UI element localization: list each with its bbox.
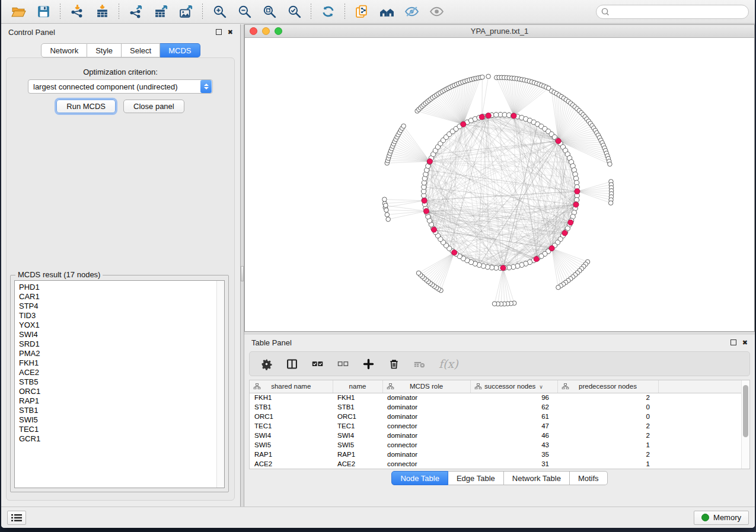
save-session-button[interactable]: [32, 2, 55, 21]
vertical-splitter[interactable]: [240, 24, 244, 507]
col-type-icon: [387, 383, 394, 389]
zoom-in-button[interactable]: [208, 2, 231, 21]
network-graph[interactable]: [245, 38, 754, 331]
network-window-titlebar[interactable]: YPA_prune.txt_1: [245, 25, 754, 38]
splitter-grip[interactable]: [241, 266, 244, 281]
export-network-button[interactable]: [125, 2, 147, 21]
import-network-button[interactable]: [66, 2, 88, 21]
table-close-panel-icon[interactable]: ✖: [742, 339, 748, 346]
tab-network[interactable]: Network: [41, 43, 87, 57]
table-row[interactable]: ORC1ORC1dominator 610: [250, 412, 747, 421]
task-history-button[interactable]: [7, 511, 26, 525]
duplicate-network-button[interactable]: [350, 2, 373, 21]
col-type-icon: [474, 383, 482, 389]
first-neighbors-button[interactable]: [375, 2, 398, 21]
network-canvas-container[interactable]: [245, 38, 754, 331]
table-row[interactable]: RAP1RAP1dominator 352: [250, 450, 747, 459]
mcds-result-node[interactable]: FKH1: [19, 358, 216, 368]
mcds-list-scrollbar[interactable]: [216, 281, 224, 488]
delete-table-button[interactable]: [413, 358, 426, 370]
tab-edge-table[interactable]: Edge Table: [448, 471, 504, 485]
float-panel-icon[interactable]: [216, 29, 222, 35]
deselect-all-rows-icon: [337, 358, 349, 370]
delete-column-icon: [388, 358, 400, 370]
tab-motifs[interactable]: Motifs: [570, 471, 608, 485]
search-box[interactable]: [596, 5, 749, 19]
mcds-result-node[interactable]: ORC1: [19, 387, 216, 396]
column-header-empty: [658, 380, 747, 393]
mcds-result-node[interactable]: SWI4: [19, 330, 216, 339]
show-all-button[interactable]: [425, 2, 448, 21]
add-column-button[interactable]: [362, 358, 375, 370]
table-settings-button[interactable]: [260, 358, 273, 370]
table-row[interactable]: ACE2ACE2connector 311: [250, 459, 747, 469]
mcds-result-list[interactable]: PHD1CAR1STP4TID3YOX1SWI4SRD1PMA2FKH1ACE2…: [14, 280, 225, 488]
node-table-head[interactable]: shared namenameMCDS rolesuccessor nodes∨…: [250, 380, 747, 393]
search-input[interactable]: [612, 8, 744, 16]
main-toolbar: [1, 0, 755, 24]
table-row[interactable]: YOX1YOX1connector 291: [250, 469, 747, 469]
mcds-result-node[interactable]: RAP1: [19, 396, 216, 406]
column-header-shared-name[interactable]: shared name: [250, 380, 333, 393]
table-scrollbar-thumb[interactable]: [743, 385, 748, 437]
deselect-all-rows-button[interactable]: [337, 358, 349, 370]
node-table-body[interactable]: FKH1FKH1dominator 962 STB1STB1dominator …: [250, 393, 747, 469]
select-all-rows-button[interactable]: [311, 358, 324, 370]
tab-select[interactable]: Select: [122, 43, 160, 57]
table-type-tabs: Node TableEdge TableNetwork TableMotifs: [244, 471, 755, 485]
table-toolbar: f(x): [249, 351, 750, 376]
tab-node-table[interactable]: Node Table: [391, 471, 448, 485]
table-row[interactable]: FKH1FKH1dominator 962: [250, 393, 747, 402]
mcds-result-node[interactable]: YOX1: [19, 321, 216, 330]
split-columns-button[interactable]: [286, 358, 298, 370]
mcds-result-node[interactable]: SWI5: [19, 415, 216, 425]
criterion-select[interactable]: largest connected component (undirected): [28, 79, 213, 94]
memory-button[interactable]: Memory: [694, 511, 749, 525]
zoom-out-button[interactable]: [233, 2, 256, 21]
zoom-selected-button[interactable]: [283, 2, 305, 21]
mcds-result-node[interactable]: TID3: [19, 311, 216, 321]
close-panel-button[interactable]: Close panel: [123, 100, 184, 113]
mcds-result-node[interactable]: SRD1: [19, 339, 216, 349]
table-row[interactable]: SWI5SWI5connector 431: [250, 440, 747, 450]
export-image-button[interactable]: [174, 2, 197, 21]
run-mcds-button[interactable]: Run MCDS: [56, 100, 116, 113]
delete-column-button[interactable]: [388, 358, 400, 370]
mcds-result-node[interactable]: STB1: [19, 406, 216, 415]
hide-selected-button[interactable]: [400, 2, 423, 21]
toolbar-separator: [202, 4, 203, 20]
mcds-result-node[interactable]: STB5: [19, 377, 216, 387]
tab-style[interactable]: Style: [87, 43, 122, 57]
duplicate-network-icon: [355, 4, 369, 19]
node-table[interactable]: shared namenameMCDS rolesuccessor nodes∨…: [249, 380, 750, 469]
close-panel-icon[interactable]: ✖: [228, 29, 233, 36]
table-row[interactable]: STB1STB1dominator 620: [250, 402, 747, 412]
table-panel: Table Panel ✖ f(x) shared namenameMCDS r…: [244, 335, 755, 507]
table-row[interactable]: TEC1TEC1connector 472: [250, 421, 747, 431]
refresh-button[interactable]: [317, 2, 339, 21]
mcds-result-node[interactable]: PMA2: [19, 349, 216, 358]
table-float-panel-icon[interactable]: [731, 339, 736, 345]
split-columns-icon: [286, 358, 298, 370]
column-header-name[interactable]: name: [333, 380, 382, 393]
import-table-button[interactable]: [91, 2, 113, 21]
export-table-button[interactable]: [149, 2, 172, 21]
tab-network-table[interactable]: Network Table: [504, 471, 570, 485]
table-scrollbar[interactable]: [741, 380, 749, 469]
mcds-result-node[interactable]: STP4: [19, 302, 216, 311]
select-stepper-icon: [200, 80, 212, 93]
function-builder-button[interactable]: f(x): [439, 357, 458, 370]
open-file-button[interactable]: [7, 2, 30, 21]
column-header-MCDS-role[interactable]: MCDS role: [382, 380, 470, 393]
mcds-result-node[interactable]: CAR1: [19, 292, 216, 302]
tab-mcds[interactable]: MCDS: [160, 43, 200, 57]
mcds-result-node[interactable]: PHD1: [19, 283, 216, 292]
mcds-result-node[interactable]: GCR1: [19, 434, 216, 444]
column-header-successor-nodes[interactable]: successor nodes∨: [470, 380, 557, 393]
import-network-icon: [70, 4, 85, 19]
mcds-result-node[interactable]: ACE2: [19, 368, 216, 377]
zoom-fit-button[interactable]: [258, 2, 280, 21]
mcds-result-node[interactable]: TEC1: [19, 425, 216, 434]
column-header-predecessor-nodes[interactable]: predecessor nodes: [557, 380, 658, 393]
table-row[interactable]: SWI4SWI4dominator 462: [250, 431, 747, 440]
